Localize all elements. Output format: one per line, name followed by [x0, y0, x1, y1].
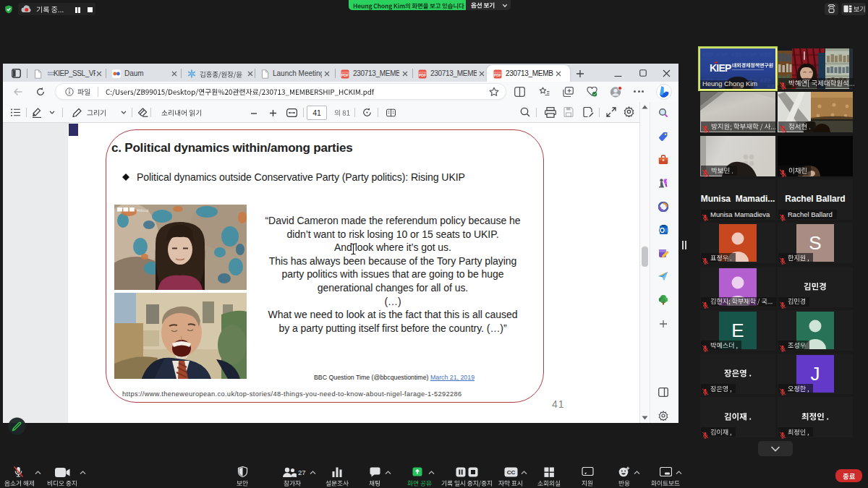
svg-text:KIEP: KIEP: [702, 52, 714, 57]
svg-text:KIEP: KIEP: [760, 52, 772, 57]
svg-text:KIEP: KIEP: [710, 62, 731, 74]
svg-text:#bbcqt: #bbcqt: [137, 208, 149, 213]
svg-text:KIEP: KIEP: [717, 52, 728, 57]
svg-text:KIEP: KIEP: [760, 78, 772, 83]
svg-text:KIEP: KIEP: [731, 52, 743, 57]
svg-text:KIEP: KIEP: [746, 52, 757, 57]
svg-text:PDF: PDF: [341, 73, 349, 77]
svg-text:KIEP: KIEP: [767, 84, 775, 89]
svg-text:CC: CC: [507, 469, 516, 476]
svg-text:PDF: PDF: [494, 73, 501, 77]
svg-text:PDF: PDF: [419, 73, 426, 77]
